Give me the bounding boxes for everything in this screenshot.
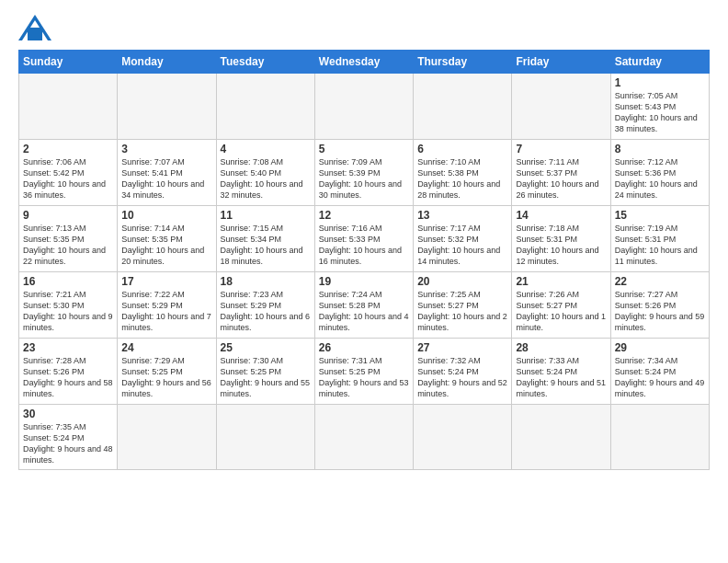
calendar-row-1: 2Sunrise: 7:06 AM Sunset: 5:42 PM Daylig… [19, 140, 710, 206]
calendar-cell: 26Sunrise: 7:31 AM Sunset: 5:25 PM Dayli… [314, 339, 413, 405]
day-number: 23 [23, 341, 113, 354]
day-info: Sunrise: 7:09 AM Sunset: 5:39 PM Dayligh… [319, 156, 409, 201]
calendar-cell [118, 405, 216, 470]
day-info: Sunrise: 7:33 AM Sunset: 5:24 PM Dayligh… [516, 355, 606, 400]
day-info: Sunrise: 7:31 AM Sunset: 5:25 PM Dayligh… [319, 355, 409, 400]
day-number: 6 [417, 143, 507, 155]
day-info: Sunrise: 7:10 AM Sunset: 5:38 PM Dayligh… [417, 156, 507, 201]
weekday-header-friday: Friday [512, 51, 610, 74]
day-info: Sunrise: 7:13 AM Sunset: 5:35 PM Dayligh… [23, 223, 113, 268]
day-number: 14 [516, 209, 606, 222]
calendar-cell: 29Sunrise: 7:34 AM Sunset: 5:24 PM Dayli… [610, 339, 709, 405]
day-number: 26 [319, 341, 409, 354]
day-number: 7 [516, 143, 606, 155]
svg-rect-2 [28, 28, 42, 40]
day-info: Sunrise: 7:32 AM Sunset: 5:24 PM Dayligh… [417, 355, 507, 400]
day-number: 12 [319, 209, 409, 222]
day-info: Sunrise: 7:26 AM Sunset: 5:27 PM Dayligh… [516, 289, 606, 334]
calendar-page: SundayMondayTuesdayWednesdayThursdayFrid… [0, 0, 728, 563]
calendar-cell: 11Sunrise: 7:15 AM Sunset: 5:34 PM Dayli… [216, 206, 314, 272]
calendar-cell [118, 74, 216, 140]
day-info: Sunrise: 7:21 AM Sunset: 5:30 PM Dayligh… [23, 289, 113, 334]
day-number: 30 [23, 408, 113, 420]
day-number: 27 [417, 341, 507, 354]
calendar-cell: 13Sunrise: 7:17 AM Sunset: 5:32 PM Dayli… [414, 206, 512, 272]
calendar-cell [610, 405, 709, 470]
day-number: 5 [319, 143, 409, 155]
calendar-row-3: 16Sunrise: 7:21 AM Sunset: 5:30 PM Dayli… [19, 272, 710, 339]
day-info: Sunrise: 7:28 AM Sunset: 5:26 PM Dayligh… [23, 355, 113, 400]
day-number: 9 [23, 209, 113, 222]
day-number: 2 [23, 143, 113, 155]
weekday-header-saturday: Saturday [610, 51, 709, 74]
weekday-header-row: SundayMondayTuesdayWednesdayThursdayFrid… [19, 51, 710, 74]
calendar-cell: 22Sunrise: 7:27 AM Sunset: 5:26 PM Dayli… [610, 272, 709, 339]
header [18, 15, 710, 40]
day-number: 8 [615, 143, 705, 155]
day-info: Sunrise: 7:23 AM Sunset: 5:29 PM Dayligh… [221, 289, 311, 334]
day-info: Sunrise: 7:27 AM Sunset: 5:26 PM Dayligh… [615, 289, 705, 334]
calendar-cell: 25Sunrise: 7:30 AM Sunset: 5:25 PM Dayli… [216, 339, 314, 405]
calendar-cell: 18Sunrise: 7:23 AM Sunset: 5:29 PM Dayli… [216, 272, 314, 339]
day-number: 20 [417, 275, 507, 288]
calendar-cell: 21Sunrise: 7:26 AM Sunset: 5:27 PM Dayli… [512, 272, 610, 339]
weekday-header-sunday: Sunday [19, 51, 118, 74]
calendar-cell: 6Sunrise: 7:10 AM Sunset: 5:38 PM Daylig… [414, 140, 512, 206]
weekday-header-monday: Monday [118, 51, 216, 74]
calendar-cell [512, 405, 610, 470]
calendar-cell: 1Sunrise: 7:05 AM Sunset: 5:43 PM Daylig… [610, 74, 709, 140]
calendar-cell: 7Sunrise: 7:11 AM Sunset: 5:37 PM Daylig… [512, 140, 610, 206]
calendar-cell: 2Sunrise: 7:06 AM Sunset: 5:42 PM Daylig… [19, 140, 118, 206]
calendar-cell: 8Sunrise: 7:12 AM Sunset: 5:36 PM Daylig… [610, 140, 709, 206]
calendar-cell: 30Sunrise: 7:35 AM Sunset: 5:24 PM Dayli… [19, 405, 118, 470]
day-number: 24 [121, 341, 211, 354]
calendar-cell: 27Sunrise: 7:32 AM Sunset: 5:24 PM Dayli… [414, 339, 512, 405]
day-number: 13 [417, 209, 507, 222]
day-info: Sunrise: 7:29 AM Sunset: 5:25 PM Dayligh… [121, 355, 211, 400]
day-number: 18 [221, 275, 311, 288]
day-info: Sunrise: 7:05 AM Sunset: 5:43 PM Dayligh… [615, 90, 705, 135]
calendar-cell: 15Sunrise: 7:19 AM Sunset: 5:31 PM Dayli… [610, 206, 709, 272]
day-number: 10 [121, 209, 211, 222]
day-info: Sunrise: 7:15 AM Sunset: 5:34 PM Dayligh… [221, 223, 311, 268]
calendar-row-4: 23Sunrise: 7:28 AM Sunset: 5:26 PM Dayli… [19, 339, 710, 405]
calendar-cell: 3Sunrise: 7:07 AM Sunset: 5:41 PM Daylig… [118, 140, 216, 206]
day-info: Sunrise: 7:19 AM Sunset: 5:31 PM Dayligh… [615, 223, 705, 268]
day-info: Sunrise: 7:12 AM Sunset: 5:36 PM Dayligh… [615, 156, 705, 201]
calendar-cell: 28Sunrise: 7:33 AM Sunset: 5:24 PM Dayli… [512, 339, 610, 405]
calendar-row-2: 9Sunrise: 7:13 AM Sunset: 5:35 PM Daylig… [19, 206, 710, 272]
calendar-cell: 5Sunrise: 7:09 AM Sunset: 5:39 PM Daylig… [314, 140, 413, 206]
day-info: Sunrise: 7:34 AM Sunset: 5:24 PM Dayligh… [615, 355, 705, 400]
day-info: Sunrise: 7:30 AM Sunset: 5:25 PM Dayligh… [221, 355, 311, 400]
day-number: 4 [221, 143, 311, 155]
day-number: 17 [121, 275, 211, 288]
weekday-header-thursday: Thursday [414, 51, 512, 74]
calendar-row-5: 30Sunrise: 7:35 AM Sunset: 5:24 PM Dayli… [19, 405, 710, 470]
calendar-cell [314, 405, 413, 470]
day-info: Sunrise: 7:06 AM Sunset: 5:42 PM Dayligh… [23, 156, 113, 201]
calendar-cell: 20Sunrise: 7:25 AM Sunset: 5:27 PM Dayli… [414, 272, 512, 339]
logo-icon [18, 15, 51, 40]
weekday-header-wednesday: Wednesday [314, 51, 413, 74]
calendar-cell: 19Sunrise: 7:24 AM Sunset: 5:28 PM Dayli… [314, 272, 413, 339]
day-info: Sunrise: 7:25 AM Sunset: 5:27 PM Dayligh… [417, 289, 507, 334]
day-info: Sunrise: 7:18 AM Sunset: 5:31 PM Dayligh… [516, 223, 606, 268]
calendar-cell [414, 74, 512, 140]
day-info: Sunrise: 7:16 AM Sunset: 5:33 PM Dayligh… [319, 223, 409, 268]
day-number: 25 [221, 341, 311, 354]
day-info: Sunrise: 7:22 AM Sunset: 5:29 PM Dayligh… [121, 289, 211, 334]
day-number: 16 [23, 275, 113, 288]
calendar-cell: 4Sunrise: 7:08 AM Sunset: 5:40 PM Daylig… [216, 140, 314, 206]
calendar-cell [216, 405, 314, 470]
weekday-header-tuesday: Tuesday [216, 51, 314, 74]
calendar-cell: 14Sunrise: 7:18 AM Sunset: 5:31 PM Dayli… [512, 206, 610, 272]
day-info: Sunrise: 7:24 AM Sunset: 5:28 PM Dayligh… [319, 289, 409, 334]
calendar-cell [19, 74, 118, 140]
logo [18, 15, 55, 40]
calendar-row-0: 1Sunrise: 7:05 AM Sunset: 5:43 PM Daylig… [19, 74, 710, 140]
day-number: 22 [615, 275, 705, 288]
calendar-cell: 16Sunrise: 7:21 AM Sunset: 5:30 PM Dayli… [19, 272, 118, 339]
day-number: 15 [615, 209, 705, 222]
calendar-cell: 10Sunrise: 7:14 AM Sunset: 5:35 PM Dayli… [118, 206, 216, 272]
calendar-cell: 24Sunrise: 7:29 AM Sunset: 5:25 PM Dayli… [118, 339, 216, 405]
